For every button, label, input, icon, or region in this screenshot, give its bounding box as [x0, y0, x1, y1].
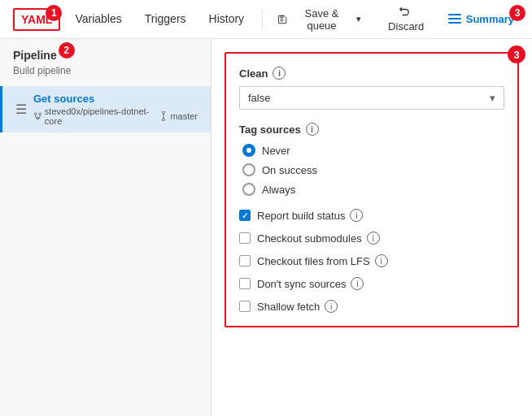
checkbox-shallow-fetch-box [239, 301, 251, 312]
clean-select[interactable]: false ▾ [239, 86, 504, 110]
repo-link: steved0x/pipelines-dotnet-core [33, 106, 155, 126]
checkbox-dont-sync-text: Don't sync sources [257, 278, 346, 290]
header-actions: Save & queue ▾ Discard Summary 3 [269, 3, 522, 36]
checkout-submodules-info-icon[interactable]: i [367, 232, 380, 245]
summary-badge: 3 [509, 5, 525, 21]
checkbox-report-build-status[interactable]: Report build status i [239, 209, 504, 222]
checkbox-checkout-lfs[interactable]: Checkout files from LFS i [239, 254, 504, 267]
radio-never-circle [242, 144, 255, 157]
repo-icon [33, 111, 42, 121]
sidebar-item-content: Get sources steved0x/pipelines-dotnet-co… [33, 93, 198, 126]
sidebar-item-meta: steved0x/pipelines-dotnet-core master [33, 106, 198, 126]
clean-field-label: Clean i [239, 67, 504, 80]
checkbox-dont-sync-label-wrap: Don't sync sources i [257, 277, 364, 290]
save-queue-button[interactable]: Save & queue ▾ [269, 4, 368, 35]
radio-never[interactable]: Never [242, 144, 504, 157]
sidebar-item-title: Get sources [33, 93, 198, 105]
svg-point-4 [39, 113, 41, 115]
tag-sources-label: Tag sources i [239, 123, 504, 136]
header-divider [262, 10, 263, 29]
repo-name: steved0x/pipelines-dotnet-core [45, 106, 155, 126]
tab-history-label: History [209, 12, 245, 25]
clean-select-arrow: ▾ [490, 92, 495, 104]
svg-point-3 [34, 113, 37, 115]
radio-always-label: Always [262, 184, 295, 196]
checkbox-shallow-fetch-text: Shallow fetch [257, 301, 320, 313]
checkbox-shallow-fetch-label-wrap: Shallow fetch i [257, 300, 338, 313]
source-icon: ☰ [15, 102, 27, 117]
radio-on-success-label: On success [262, 164, 317, 176]
pipeline-badge-area: Pipeline 2 [13, 49, 57, 62]
checkbox-checkout-submodules-box [239, 232, 251, 244]
save-queue-label: Save & queue [292, 7, 351, 32]
pipeline-sub: Build pipeline [13, 65, 198, 76]
tag-sources-radio-group: Never On success Always [239, 144, 504, 196]
clean-info-icon[interactable]: i [273, 67, 286, 80]
checkbox-report-build-status-label-wrap: Report build status i [257, 209, 363, 222]
tab-history[interactable]: History [198, 0, 256, 39]
svg-rect-2 [448, 22, 461, 24]
radio-on-success-circle [242, 163, 255, 176]
header-tabs: YAML 1 Variables Triggers History [10, 0, 269, 39]
svg-rect-0 [448, 14, 461, 15]
undo-icon [399, 6, 410, 18]
radio-always-circle [242, 183, 255, 196]
svg-point-6 [163, 111, 165, 114]
checkbox-checkout-submodules-text: Checkout submodules [257, 232, 362, 245]
sidebar: Pipeline 2 Build pipeline ☰ Get sources … [0, 39, 211, 416]
tab-variables[interactable]: Variables [63, 0, 133, 39]
tab-variables-label: Variables [75, 12, 121, 25]
radio-never-label: Never [262, 145, 290, 157]
dont-sync-info-icon[interactable]: i [351, 277, 364, 290]
summary-label: Summary [466, 13, 514, 25]
checkbox-checkout-submodules-label-wrap: Checkout submodules i [257, 232, 380, 245]
checkbox-dont-sync-box [239, 278, 251, 289]
discard-label: Discard [388, 20, 424, 32]
checkbox-checkout-lfs-box [239, 255, 251, 266]
settings-panel: 3 Clean i false ▾ Tag sources i Never [225, 52, 519, 327]
report-build-status-info-icon[interactable]: i [350, 209, 363, 222]
summary-button[interactable]: Summary 3 [440, 10, 522, 28]
checkbox-shallow-fetch[interactable]: Shallow fetch i [239, 300, 504, 313]
svg-point-7 [163, 119, 165, 121]
discard-button[interactable]: Discard [373, 3, 437, 36]
main-content: 3 Clean i false ▾ Tag sources i Never [211, 39, 532, 416]
tag-sources-text: Tag sources [239, 124, 301, 136]
shallow-fetch-info-icon[interactable]: i [325, 300, 338, 313]
tab-yaml[interactable]: YAML 1 [13, 8, 60, 31]
checkbox-checkout-submodules[interactable]: Checkout submodules i [239, 232, 504, 245]
checkbox-checkout-lfs-label-wrap: Checkout files from LFS i [257, 254, 388, 267]
branch-info: master [159, 111, 198, 121]
radio-always[interactable]: Always [242, 183, 504, 196]
save-icon [277, 14, 287, 25]
checkbox-report-build-status-text: Report build status [257, 210, 345, 222]
tab-triggers-label: Triggers [145, 12, 186, 25]
body: Pipeline 2 Build pipeline ☰ Get sources … [0, 39, 532, 416]
get-sources-item[interactable]: ☰ Get sources steved0x/pipelines-dotnet-… [0, 86, 211, 132]
tag-sources-info-icon[interactable]: i [306, 123, 319, 136]
checkbox-checkout-lfs-text: Checkout files from LFS [257, 255, 370, 267]
pipeline-badge-2: 2 [59, 42, 75, 58]
tab-triggers[interactable]: Triggers [133, 0, 198, 39]
pipeline-title-area: Pipeline 2 Build pipeline [0, 49, 211, 86]
checkbox-group: Report build status i Checkout submodule… [239, 209, 504, 313]
svg-rect-1 [448, 18, 461, 20]
radio-on-success[interactable]: On success [242, 163, 504, 176]
checkout-lfs-info-icon[interactable]: i [375, 254, 388, 267]
branch-name: master [170, 111, 198, 121]
save-dropdown-arrow: ▾ [356, 14, 361, 24]
clean-label: Clean [239, 67, 268, 80]
clean-value: false [248, 92, 270, 104]
yaml-badge: 1 [46, 5, 62, 21]
checkbox-report-build-status-box [239, 210, 251, 221]
checkbox-dont-sync[interactable]: Don't sync sources i [239, 277, 504, 290]
header: YAML 1 Variables Triggers History Save &… [0, 0, 532, 39]
pipeline-name: Pipeline [13, 49, 57, 62]
hamburger-icon [448, 14, 461, 25]
panel-badge: 3 [508, 46, 525, 63]
branch-icon [159, 111, 168, 121]
